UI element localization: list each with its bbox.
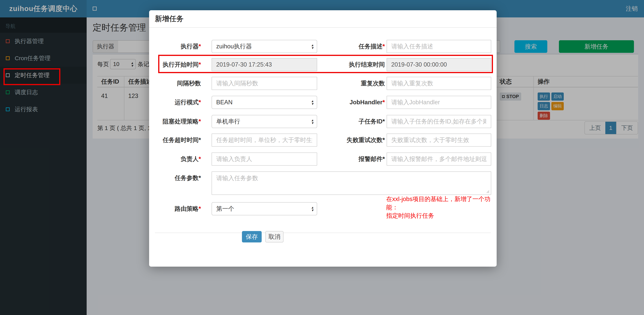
run-mode-label: 运行模式* [153,96,201,109]
alarm-email-input[interactable] [386,152,491,166]
repeat-count-input[interactable] [386,77,491,90]
job-param-textarea[interactable] [212,171,491,195]
modal-footer-divider [155,233,491,233]
job-handler-label: JobHandler* [319,96,385,109]
save-button[interactable]: 保存 [242,231,262,242]
select-arrows-icon: ▴▾ [311,44,313,49]
select-arrows-icon: ▴▾ [311,119,313,124]
add-job-modal: 新增任务 执行器* zuihou执行器 ▴▾ 任务描述* 执行开始时间* 执行结… [149,10,497,267]
route-strategy-select[interactable]: 第一个 ▴▾ [212,202,317,215]
retry-label: 失败重试次数* [319,134,385,147]
select-arrows-icon: ▴▾ [311,206,313,212]
route-strategy-label: 路由策略* [153,202,201,215]
start-time-label: 执行开始时间* [153,58,201,71]
app-root: zuihou任务调度中心 注销 导航 执行器管理 Cron任务管理 定时任务管理… [0,0,644,315]
child-job-input[interactable] [386,115,491,128]
job-desc-input[interactable] [386,40,491,53]
executor-select[interactable]: zuihou执行器 ▴▾ [212,40,317,53]
modal-header: 新增任务 [149,10,497,28]
start-time-input[interactable] [212,58,317,71]
interval-label: 间隔秒数 [153,77,201,90]
alarm-email-label: 报警邮件* [319,152,385,166]
executor-label: 执行器* [153,40,201,53]
repeat-count-label: 重复次数 [319,77,385,90]
cancel-button[interactable]: 取消 [265,231,284,242]
block-strategy-label: 阻塞处理策略* [153,115,201,128]
end-time-input[interactable] [386,58,491,71]
feature-note: 在xxl-jobs项目的基础上，新增了一个功能： 指定时间执行任务 [386,195,496,220]
child-job-label: 子任务ID* [319,115,385,128]
timeout-input[interactable] [212,134,317,147]
interval-input[interactable] [212,77,317,90]
owner-label: 负责人* [153,152,201,166]
timeout-label: 任务超时时间* [153,134,201,147]
select-arrows-icon: ▴▾ [311,99,313,105]
retry-input[interactable] [386,134,491,147]
job-param-label: 任务参数* [153,171,201,185]
job-desc-label: 任务描述* [319,40,385,53]
modal-title: 新增任务 [155,14,184,24]
end-time-label: 执行结束时间 [319,58,385,71]
owner-input[interactable] [212,152,317,166]
run-mode-select[interactable]: BEAN ▴▾ [212,96,317,109]
block-strategy-select[interactable]: 单机串行 ▴▾ [212,115,317,128]
job-handler-input[interactable] [386,96,491,109]
